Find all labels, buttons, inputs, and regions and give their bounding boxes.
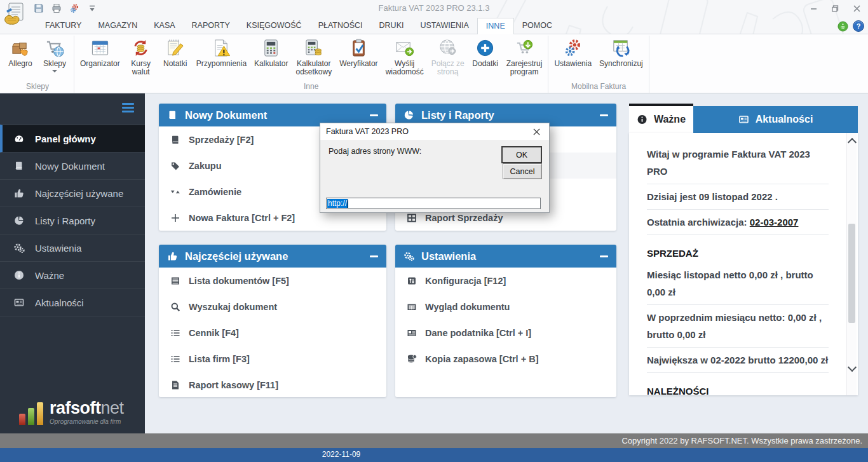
scrollbar[interactable] bbox=[846, 133, 857, 395]
panel-item-wyszukaj-dokument[interactable]: Wyszukaj dokument bbox=[159, 294, 386, 320]
sidebar-item-label: Aktualności bbox=[35, 297, 84, 308]
sidebar-item-label: Panel główny bbox=[35, 133, 96, 144]
bar-chart-logo-icon bbox=[19, 400, 43, 425]
scroll-down-icon[interactable] bbox=[848, 363, 857, 372]
sidebar-item-ustawienia[interactable]: Ustawienia bbox=[0, 234, 145, 262]
ribbon-group-sklepy: AllegroSklepySklepy bbox=[1, 36, 74, 93]
panel-item-label: Raport Sprzedaży bbox=[425, 213, 503, 223]
send-message-icon bbox=[395, 37, 414, 58]
ribbon-kalkulator[interactable]: Kalkulator bbox=[250, 36, 292, 68]
grid-icon bbox=[406, 212, 418, 223]
ribbon-item-label: Synchronizuj bbox=[599, 60, 643, 68]
tab-druki[interactable]: DRUKI bbox=[371, 18, 412, 34]
minimize-window-icon[interactable] bbox=[807, 3, 820, 14]
panel-item-label: Kopia zapasowa [Ctrl + B] bbox=[425, 354, 538, 364]
copyright-text: Copyright 2022 by RAFSOFT.NET. Wszystkie… bbox=[621, 436, 862, 445]
ribbon-synchronizuj[interactable]: Synchronizuj bbox=[595, 36, 647, 68]
status-bar: 2022-11-09 bbox=[0, 448, 868, 462]
allegro-icon bbox=[11, 37, 31, 58]
cancel-button[interactable]: Cancel bbox=[503, 163, 542, 179]
dialog-title: Faktura VAT 2023 PRO bbox=[326, 127, 409, 136]
tab-platnosci[interactable]: PŁATNOŚCI bbox=[310, 18, 371, 34]
ok-button[interactable]: OK bbox=[501, 146, 542, 163]
ribbon-kursy-walut[interactable]: Kursy walut bbox=[124, 36, 158, 76]
ribbon: AllegroSklepySklepyOrganizatorKursy walu… bbox=[0, 34, 868, 93]
panel-title: Najczęściej używane bbox=[185, 250, 363, 262]
info-entry: Witaj w programie Faktura VAT 2023 PRO bbox=[647, 142, 829, 184]
online-status-icon[interactable] bbox=[837, 21, 848, 32]
www-address-input[interactable]: http:// bbox=[326, 198, 541, 209]
window-title: Faktura VAT 2023 PRO 23.1.3 bbox=[0, 0, 868, 17]
ribbon-notatki[interactable]: Notatki bbox=[158, 36, 193, 68]
archive-date-link[interactable]: 02-03-2007 bbox=[750, 217, 799, 228]
ribbon-allegro[interactable]: Allegro bbox=[3, 36, 37, 68]
collapse-icon[interactable] bbox=[600, 255, 608, 257]
tab-faktury[interactable]: FAKTURY bbox=[37, 18, 90, 34]
tab-ksiegowosc[interactable]: KSIĘGOWOŚĆ bbox=[238, 18, 310, 34]
sidebar-item-nowy-dokument[interactable]: Nowy Dokument bbox=[0, 153, 145, 180]
collapse-icon[interactable] bbox=[600, 114, 608, 116]
settings-icon[interactable] bbox=[69, 3, 80, 14]
ribbon-dodatki[interactable]: Dodatki bbox=[468, 36, 503, 68]
ribbon-group-mobilna-faktura: UstawieniaSynchronizujMobilna Faktura bbox=[548, 36, 649, 93]
ribbon-organizator[interactable]: Organizator bbox=[76, 36, 124, 68]
info-heading: SPRZEDAŻ bbox=[647, 235, 829, 262]
ribbon-item-label: Ustawienia bbox=[554, 60, 592, 68]
info-text: Największa w 02-2022 brutto 12200,00 zł bbox=[647, 355, 828, 365]
tab-kasa[interactable]: KASA bbox=[146, 18, 183, 34]
save-icon[interactable] bbox=[33, 3, 44, 14]
panel-item-dane-podatnika-ctrl-i[interactable]: Dane podatnika [Ctrl + I] bbox=[395, 320, 616, 346]
panel-item-kopia-zapasowa-ctrl-b[interactable]: Kopia zapasowa [Ctrl + B] bbox=[395, 346, 616, 372]
tab-inne[interactable]: INNE bbox=[477, 18, 514, 34]
ribbon-kalkulator-odsetkowy[interactable]: Kalkulator odsetkowy bbox=[292, 36, 336, 76]
sidebar-item-label: Ustawienia bbox=[35, 243, 81, 254]
scroll-up-icon[interactable] bbox=[848, 138, 857, 147]
verifier-icon bbox=[349, 37, 369, 58]
info-entry: Miesiąc listopad netto 0,00 zł , brutto … bbox=[647, 262, 829, 305]
panel-item-wyglad-dokumentu[interactable]: Wygląd dokumentu bbox=[395, 294, 616, 320]
panel-ustawienia: UstawieniaKonfiguracja [F12]Wygląd dokum… bbox=[395, 245, 616, 397]
sidebar-item-panel-glowny[interactable]: Panel główny bbox=[0, 125, 145, 153]
scrollbar-thumb[interactable] bbox=[848, 224, 855, 323]
sidebar-item-najczesciej-uzywane[interactable]: Najczęściej używane bbox=[0, 180, 145, 207]
restore-window-icon[interactable] bbox=[829, 3, 841, 14]
panel-item-lista-firm-f3[interactable]: Lista firm [F3] bbox=[159, 346, 386, 372]
dialog-close-icon[interactable] bbox=[524, 123, 549, 140]
ribbon-sklepy[interactable]: Sklepy bbox=[37, 36, 72, 72]
tab-ustawienia[interactable]: USTAWIENIA bbox=[412, 18, 477, 34]
tab-raporty[interactable]: RAPORTY bbox=[184, 18, 238, 34]
interest-calculator-icon bbox=[304, 37, 323, 58]
panel-item-konfiguracja-f12[interactable]: Konfiguracja [F12] bbox=[395, 268, 616, 294]
tag-icon bbox=[170, 160, 182, 171]
sidebar-item-wazne[interactable]: Ważne bbox=[0, 262, 145, 289]
panel-item-label: Lista firm [F3] bbox=[189, 354, 250, 364]
sidebar-item-aktualnosci[interactable]: Aktualności bbox=[0, 289, 145, 316]
collapse-icon[interactable] bbox=[370, 114, 378, 116]
ribbon-wyslij-wiadomosc[interactable]: Wyślij wiadomość bbox=[382, 36, 428, 76]
sidebar-item-listy-i-raporty[interactable]: Listy i Raporty bbox=[0, 207, 145, 234]
panel-item-cennik-f4[interactable]: Cennik [F4] bbox=[159, 320, 386, 346]
tab-pomoc[interactable]: POMOC bbox=[514, 18, 560, 34]
ribbon-przypomnienia[interactable]: Przypomnienia bbox=[193, 36, 250, 68]
close-window-icon[interactable] bbox=[850, 3, 863, 14]
ribbon-zarejestruj-program[interactable]: Zarejestruj program bbox=[503, 36, 546, 76]
customize-toolbar-icon[interactable] bbox=[86, 3, 98, 14]
tab-wazne[interactable]: Ważne bbox=[629, 104, 693, 133]
tab-aktualnosci[interactable]: Aktualności bbox=[693, 106, 858, 133]
hamburger-menu-icon[interactable] bbox=[122, 103, 134, 114]
tab-magazyn[interactable]: MAGAZYN bbox=[90, 18, 146, 34]
info-text: Dzisiaj jest 09 listopad 2022 . bbox=[647, 191, 778, 202]
sidebar: Panel głównyNowy DokumentNajczęściej uży… bbox=[0, 92, 145, 433]
rafsoft-logo: rafsoftnet Oprogramowanie dla firm bbox=[0, 393, 124, 432]
info-text: Witaj w programie Faktura VAT 2023 PRO bbox=[647, 149, 810, 177]
print-icon[interactable] bbox=[51, 3, 62, 14]
collapse-icon[interactable] bbox=[370, 255, 378, 257]
panel-item-raport-kasowy-f11[interactable]: Raport kasowy [F11] bbox=[159, 372, 386, 397]
help-icon[interactable]: ? bbox=[853, 20, 864, 32]
config-icon bbox=[406, 275, 418, 286]
panel-item-lista-dokumentow-f5[interactable]: Lista dokumentów [F5] bbox=[159, 268, 386, 294]
ribbon-item-label: Allegro bbox=[8, 60, 32, 68]
ribbon-weryfikator[interactable]: Weryfikator bbox=[336, 36, 381, 68]
www-address-dialog: Faktura VAT 2023 PRO Podaj adres strony … bbox=[320, 123, 550, 213]
ribbon-ustawienia[interactable]: Ustawienia bbox=[550, 36, 595, 68]
